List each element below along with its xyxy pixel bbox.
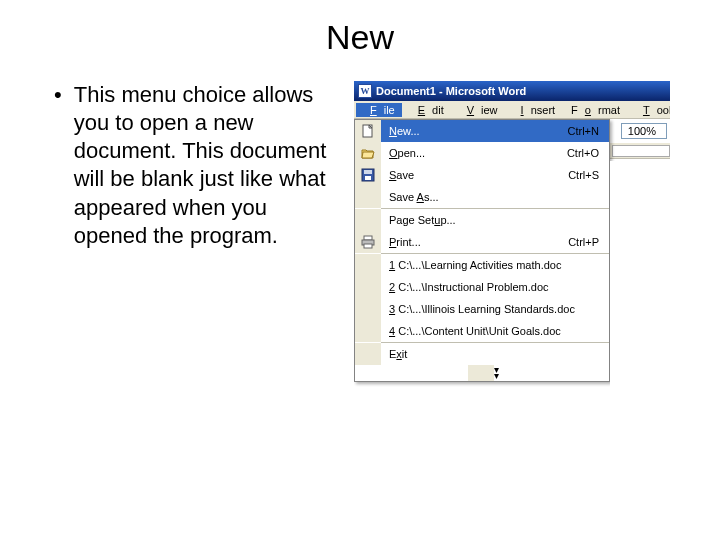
- menu-tools[interactable]: Tools: [629, 103, 670, 117]
- menuitem-new-label: New...: [381, 125, 568, 137]
- toolbar-right: 100%: [621, 119, 670, 143]
- menu-edit[interactable]: Edit: [404, 103, 451, 117]
- menuitem-recent-2-label: 2 C:\...\Instructional Problem.doc: [381, 281, 609, 293]
- blank-icon: [355, 186, 381, 208]
- new-doc-icon: [355, 120, 381, 142]
- blank-icon: [355, 254, 381, 276]
- blank-icon: [355, 298, 381, 320]
- menu-insert[interactable]: Insert: [507, 103, 563, 117]
- menubar: File Edit View Insert Format Tools Table…: [354, 101, 670, 119]
- menuitem-open[interactable]: Open... Ctrl+O: [355, 142, 609, 164]
- word-app-icon: [358, 84, 372, 98]
- menuitem-pagesetup[interactable]: Page Setup...: [355, 209, 609, 231]
- menuitem-recent-4-label: 4 C:\...\Content Unit\Unit Goals.doc: [381, 325, 609, 337]
- printer-icon: [355, 231, 381, 253]
- menuitem-open-shortcut: Ctrl+O: [567, 147, 609, 159]
- menuitem-pagesetup-label: Page Setup...: [381, 214, 609, 226]
- menuitem-recent-1-label: 1 C:\...\Learning Activities math.doc: [381, 259, 609, 271]
- menuitem-print[interactable]: Print... Ctrl+P: [355, 231, 609, 253]
- document-canvas: [610, 161, 670, 399]
- menuitem-saveas[interactable]: Save As...: [355, 186, 609, 208]
- window-title: Document1 - Microsoft Word: [376, 85, 526, 97]
- menuitem-saveas-label: Save As...: [381, 191, 609, 203]
- save-floppy-icon: [355, 164, 381, 186]
- bullet-marker: •: [54, 81, 74, 250]
- menuitem-recent-1[interactable]: 1 C:\...\Learning Activities math.doc: [355, 254, 609, 276]
- chevron-down-icon: ▾▾: [494, 367, 497, 379]
- menuitem-save[interactable]: Save Ctrl+S: [355, 164, 609, 186]
- svg-rect-5: [364, 236, 372, 240]
- blank-icon: [355, 320, 381, 342]
- menuitem-recent-4[interactable]: 4 C:\...\Content Unit\Unit Goals.doc: [355, 320, 609, 342]
- bullet-text: This menu choice allows you to open a ne…: [74, 81, 342, 250]
- menuitem-new[interactable]: New... Ctrl+N: [355, 120, 609, 142]
- window-titlebar: Document1 - Microsoft Word: [354, 81, 670, 101]
- menuitem-exit[interactable]: Exit: [355, 343, 609, 365]
- menuitem-open-label: Open...: [381, 147, 567, 159]
- blank-icon: [468, 365, 494, 381]
- menuitem-recent-3-label: 3 C:\...\Illinois Learning Standards.doc: [381, 303, 609, 315]
- menuitem-recent-2[interactable]: 2 C:\...\Instructional Problem.doc: [355, 276, 609, 298]
- bullet-column: • This menu choice allows you to open a …: [54, 81, 354, 250]
- menuitem-save-shortcut: Ctrl+S: [568, 169, 609, 181]
- bullet-item: • This menu choice allows you to open a …: [54, 81, 342, 250]
- svg-rect-3: [364, 170, 372, 174]
- word-screenshot: Document1 - Microsoft Word File Edit Vie…: [354, 81, 670, 399]
- zoom-dropdown[interactable]: 100%: [621, 123, 667, 139]
- slide-content: • This menu choice allows you to open a …: [0, 81, 720, 399]
- menu-view[interactable]: View: [453, 103, 505, 117]
- menuitem-print-label: Print...: [381, 236, 568, 248]
- menuitem-exit-label: Exit: [381, 348, 609, 360]
- blank-icon: [355, 343, 381, 365]
- svg-rect-7: [364, 244, 372, 248]
- menu-format[interactable]: Format: [564, 103, 627, 117]
- menu-expand[interactable]: ▾▾: [355, 365, 609, 381]
- menuitem-print-shortcut: Ctrl+P: [568, 236, 609, 248]
- file-menu: New... Ctrl+N Open... Ctrl+O Save Ctrl+S…: [354, 119, 610, 382]
- blank-icon: [355, 209, 381, 231]
- menu-file[interactable]: File: [356, 103, 402, 117]
- open-folder-icon: [355, 142, 381, 164]
- svg-rect-4: [365, 176, 371, 180]
- slide-title: New: [0, 18, 720, 57]
- blank-icon: [355, 276, 381, 298]
- menuitem-recent-3[interactable]: 3 C:\...\Illinois Learning Standards.doc: [355, 298, 609, 320]
- ruler: [610, 143, 670, 159]
- menuitem-save-label: Save: [381, 169, 568, 181]
- menuitem-new-shortcut: Ctrl+N: [568, 125, 609, 137]
